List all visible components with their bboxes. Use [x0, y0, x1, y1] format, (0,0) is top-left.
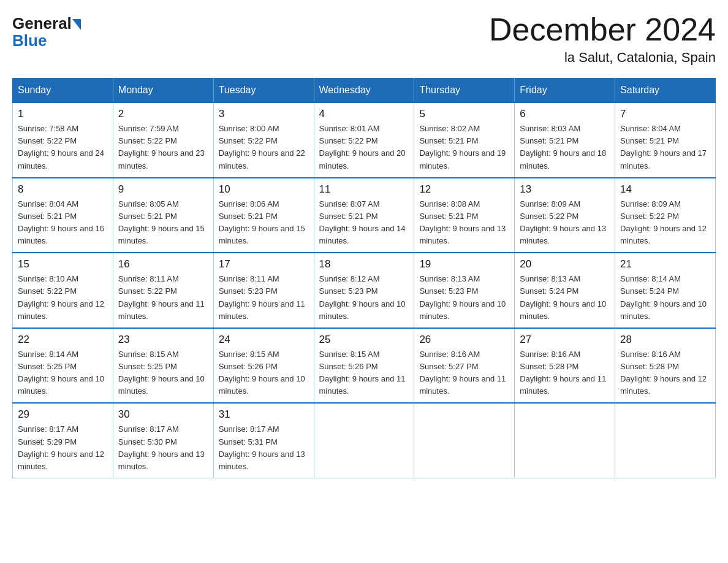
day-info: Sunrise: 8:10 AM Sunset: 5:22 PM Dayligh…	[18, 273, 108, 323]
table-row: 19 Sunrise: 8:13 AM Sunset: 5:23 PM Dayl…	[414, 253, 515, 328]
day-info: Sunrise: 8:02 AM Sunset: 5:21 PM Dayligh…	[419, 123, 509, 172]
day-number: 8	[18, 183, 108, 196]
table-row: 13 Sunrise: 8:09 AM Sunset: 5:22 PM Dayl…	[515, 178, 615, 253]
day-info: Sunrise: 8:09 AM Sunset: 5:22 PM Dayligh…	[520, 198, 610, 248]
day-info: Sunrise: 8:00 AM Sunset: 5:22 PM Dayligh…	[219, 123, 309, 172]
table-row: 23 Sunrise: 8:15 AM Sunset: 5:25 PM Dayl…	[113, 328, 213, 404]
table-row: 9 Sunrise: 8:05 AM Sunset: 5:21 PM Dayli…	[113, 178, 213, 253]
table-row	[515, 403, 615, 478]
day-number: 27	[520, 334, 610, 346]
day-info: Sunrise: 8:17 AM Sunset: 5:29 PM Dayligh…	[18, 423, 108, 473]
table-row: 7 Sunrise: 8:04 AM Sunset: 5:21 PM Dayli…	[615, 102, 716, 178]
day-info: Sunrise: 8:09 AM Sunset: 5:22 PM Dayligh…	[620, 198, 710, 248]
day-info: Sunrise: 8:11 AM Sunset: 5:22 PM Dayligh…	[118, 273, 208, 323]
page-header: General Blue December 2024 la Salut, Cat…	[12, 12, 716, 66]
header-monday: Monday	[113, 79, 213, 103]
day-info: Sunrise: 8:15 AM Sunset: 5:26 PM Dayligh…	[219, 348, 309, 398]
day-number: 12	[419, 183, 509, 196]
table-row	[414, 403, 515, 478]
logo-general-text: General	[12, 15, 72, 31]
day-number: 4	[319, 108, 409, 120]
day-info: Sunrise: 8:04 AM Sunset: 5:21 PM Dayligh…	[620, 123, 710, 172]
table-row: 2 Sunrise: 7:59 AM Sunset: 5:22 PM Dayli…	[113, 102, 213, 178]
day-number: 10	[219, 183, 309, 196]
table-row: 4 Sunrise: 8:01 AM Sunset: 5:22 PM Dayli…	[314, 102, 414, 178]
table-row: 17 Sunrise: 8:11 AM Sunset: 5:23 PM Dayl…	[213, 253, 314, 328]
day-number: 29	[18, 408, 108, 421]
day-info: Sunrise: 8:16 AM Sunset: 5:27 PM Dayligh…	[419, 348, 509, 398]
calendar-week-row: 15 Sunrise: 8:10 AM Sunset: 5:22 PM Dayl…	[13, 253, 716, 328]
day-info: Sunrise: 8:13 AM Sunset: 5:24 PM Dayligh…	[520, 273, 610, 323]
calendar-week-row: 29 Sunrise: 8:17 AM Sunset: 5:29 PM Dayl…	[13, 403, 716, 478]
table-row: 3 Sunrise: 8:00 AM Sunset: 5:22 PM Dayli…	[213, 102, 314, 178]
day-number: 20	[520, 258, 610, 270]
day-number: 16	[118, 258, 208, 270]
day-info: Sunrise: 8:06 AM Sunset: 5:21 PM Dayligh…	[219, 198, 309, 248]
day-info: Sunrise: 8:17 AM Sunset: 5:31 PM Dayligh…	[219, 423, 309, 473]
day-number: 3	[219, 108, 309, 120]
location-title: la Salut, Catalonia, Spain	[489, 50, 716, 66]
table-row: 8 Sunrise: 8:04 AM Sunset: 5:21 PM Dayli…	[13, 178, 113, 253]
day-number: 25	[319, 334, 409, 346]
day-number: 22	[18, 334, 108, 346]
table-row: 21 Sunrise: 8:14 AM Sunset: 5:24 PM Dayl…	[615, 253, 716, 328]
day-info: Sunrise: 8:03 AM Sunset: 5:21 PM Dayligh…	[520, 123, 610, 172]
calendar-body: 1 Sunrise: 7:58 AM Sunset: 5:22 PM Dayli…	[13, 102, 716, 478]
table-row: 15 Sunrise: 8:10 AM Sunset: 5:22 PM Dayl…	[13, 253, 113, 328]
day-number: 28	[620, 334, 710, 346]
calendar-week-row: 8 Sunrise: 8:04 AM Sunset: 5:21 PM Dayli…	[13, 178, 716, 253]
title-block: December 2024 la Salut, Catalonia, Spain	[489, 12, 716, 66]
table-row: 18 Sunrise: 8:12 AM Sunset: 5:23 PM Dayl…	[314, 253, 414, 328]
day-number: 18	[319, 258, 409, 270]
day-number: 30	[118, 408, 208, 421]
day-info: Sunrise: 8:05 AM Sunset: 5:21 PM Dayligh…	[118, 198, 208, 248]
day-number: 5	[419, 108, 509, 120]
day-info: Sunrise: 8:07 AM Sunset: 5:21 PM Dayligh…	[319, 198, 409, 248]
day-info: Sunrise: 7:59 AM Sunset: 5:22 PM Dayligh…	[118, 123, 208, 172]
day-number: 23	[118, 334, 208, 346]
day-info: Sunrise: 8:16 AM Sunset: 5:28 PM Dayligh…	[520, 348, 610, 398]
day-info: Sunrise: 8:04 AM Sunset: 5:21 PM Dayligh…	[18, 198, 108, 248]
logo: General Blue	[12, 12, 82, 50]
table-row: 1 Sunrise: 7:58 AM Sunset: 5:22 PM Dayli…	[13, 102, 113, 178]
day-number: 11	[319, 183, 409, 196]
day-info: Sunrise: 8:08 AM Sunset: 5:21 PM Dayligh…	[419, 198, 509, 248]
table-row	[314, 403, 414, 478]
header-thursday: Thursday	[414, 79, 515, 103]
table-row: 31 Sunrise: 8:17 AM Sunset: 5:31 PM Dayl…	[213, 403, 314, 478]
day-info: Sunrise: 8:15 AM Sunset: 5:26 PM Dayligh…	[319, 348, 409, 398]
table-row: 28 Sunrise: 8:16 AM Sunset: 5:28 PM Dayl…	[615, 328, 716, 404]
day-info: Sunrise: 8:01 AM Sunset: 5:22 PM Dayligh…	[319, 123, 409, 172]
table-row	[615, 403, 716, 478]
table-row: 10 Sunrise: 8:06 AM Sunset: 5:21 PM Dayl…	[213, 178, 314, 253]
day-number: 14	[620, 183, 710, 196]
header-friday: Friday	[515, 79, 615, 103]
day-number: 6	[520, 108, 610, 120]
header-wednesday: Wednesday	[314, 79, 414, 103]
day-number: 7	[620, 108, 710, 120]
table-row: 29 Sunrise: 8:17 AM Sunset: 5:29 PM Dayl…	[13, 403, 113, 478]
logo-blue-text: Blue	[12, 31, 47, 50]
day-number: 13	[520, 183, 610, 196]
day-number: 26	[419, 334, 509, 346]
header-tuesday: Tuesday	[213, 79, 314, 103]
day-number: 15	[18, 258, 108, 270]
header-saturday: Saturday	[615, 79, 716, 103]
day-info: Sunrise: 7:58 AM Sunset: 5:22 PM Dayligh…	[18, 123, 108, 172]
calendar-header: Sunday Monday Tuesday Wednesday Thursday…	[13, 79, 716, 103]
table-row: 22 Sunrise: 8:14 AM Sunset: 5:25 PM Dayl…	[13, 328, 113, 404]
day-info: Sunrise: 8:17 AM Sunset: 5:30 PM Dayligh…	[118, 423, 208, 473]
day-number: 2	[118, 108, 208, 120]
logo-triangle-icon	[72, 19, 81, 30]
table-row: 25 Sunrise: 8:15 AM Sunset: 5:26 PM Dayl…	[314, 328, 414, 404]
table-row: 12 Sunrise: 8:08 AM Sunset: 5:21 PM Dayl…	[414, 178, 515, 253]
day-info: Sunrise: 8:15 AM Sunset: 5:25 PM Dayligh…	[118, 348, 208, 398]
day-info: Sunrise: 8:16 AM Sunset: 5:28 PM Dayligh…	[620, 348, 710, 398]
day-info: Sunrise: 8:12 AM Sunset: 5:23 PM Dayligh…	[319, 273, 409, 323]
day-number: 24	[219, 334, 309, 346]
month-title: December 2024	[489, 12, 716, 47]
day-number: 1	[18, 108, 108, 120]
header-sunday: Sunday	[13, 79, 113, 103]
day-info: Sunrise: 8:13 AM Sunset: 5:23 PM Dayligh…	[419, 273, 509, 323]
table-row: 6 Sunrise: 8:03 AM Sunset: 5:21 PM Dayli…	[515, 102, 615, 178]
